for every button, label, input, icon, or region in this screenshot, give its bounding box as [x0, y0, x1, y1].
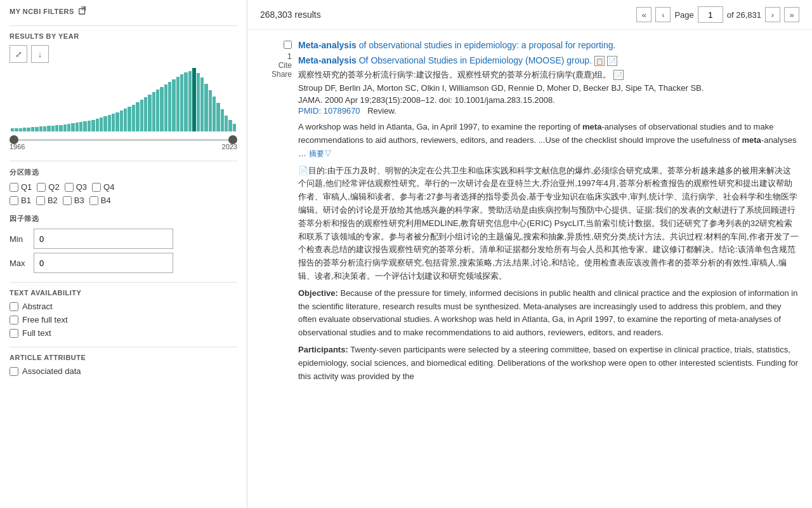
section-filter-label: 分区筛选: [10, 168, 237, 177]
checkbox-q4[interactable]: [92, 183, 101, 192]
filter-q2[interactable]: Q2: [37, 182, 59, 192]
filter-b2[interactable]: B2: [36, 196, 58, 205]
objective-section: Objective: Because of the pressure for t…: [298, 287, 799, 340]
filter-b4[interactable]: B4: [89, 196, 111, 205]
authors: Stroup DF, Berlin JA, Morton SC, Olkin I…: [298, 83, 799, 93]
article-checkbox[interactable]: [284, 41, 292, 49]
section-filter: 分区筛选 Q1 Q2 Q3 Q4 B1 B2 B3 B4: [10, 168, 237, 205]
checkbox-abstract[interactable]: [10, 302, 18, 311]
clipboard-icon-1[interactable]: 📄: [607, 56, 617, 66]
share-button[interactable]: Share: [272, 70, 292, 79]
chinese-abstract-text: 📄目的:由于压力及时、明智的决定在公共卫生和临床实践和科学文献信息的爆炸,必须综…: [298, 166, 799, 281]
divider1: [10, 25, 237, 26]
year-end-label: 2023: [222, 143, 237, 150]
doi: doi: 10.1001/jama.283.15.2008.: [439, 95, 555, 105]
cite-button[interactable]: Cite: [278, 61, 292, 70]
checkbox-b3[interactable]: [63, 196, 72, 205]
review-badge: Review.: [367, 106, 396, 116]
min-row: Min: [10, 229, 237, 249]
my-ncbi-filters-label: MY NCBI FILTERS: [10, 8, 74, 15]
full-text-label: Full text: [22, 328, 51, 338]
abstract-snippet: A workshop was held in Atlanta, Ga, in A…: [298, 121, 799, 160]
divider3: [10, 282, 237, 283]
q-filter-group: Q1 Q2 Q3 Q4: [10, 182, 237, 192]
checkbox-q3[interactable]: [65, 183, 74, 192]
checkbox-b1[interactable]: [10, 196, 18, 205]
pmid-label: PMID:: [298, 106, 321, 116]
text-option-abstract[interactable]: Abstract: [10, 302, 237, 311]
checkbox-q2[interactable]: [37, 183, 46, 192]
text-option-free-full-text[interactable]: Free full text: [10, 315, 237, 324]
article-attribute-section: ARTICLE ATTRIBUTE Associated data: [10, 354, 237, 376]
pmid-link[interactable]: 10789670: [324, 106, 360, 116]
divider2: [10, 161, 237, 161]
show-more-link[interactable]: 摘要▽: [309, 148, 332, 160]
article-attr-associated-data[interactable]: Associated data: [10, 366, 237, 376]
text-option-full-text[interactable]: Full text: [10, 328, 237, 338]
sidebar: MY NCBI FILTERS RESULTS BY YEAR ⤢ ↓: [0, 0, 247, 508]
abstract-bold1: meta: [582, 122, 601, 131]
year-chart: [10, 68, 237, 131]
export-icon[interactable]: [78, 6, 87, 17]
page-of-label: of 26,831: [727, 10, 761, 20]
factor-filter-section: 因子筛选 Min Max: [10, 214, 237, 273]
filter-b3[interactable]: B3: [63, 196, 84, 205]
page-label: Page: [674, 10, 693, 20]
title2-bold: Meta-analysis: [298, 55, 357, 65]
b-filter-group: B1 B2 B3 B4: [10, 196, 237, 205]
title2-rest: Of Observational Studies in Epidemiology…: [357, 55, 592, 65]
article-title-link-2[interactable]: Meta-analysis Of Observational Studies i…: [298, 55, 594, 65]
text-availability-label: TEXT AVAILABILITY: [10, 289, 237, 297]
next-page-button[interactable]: ›: [765, 7, 780, 22]
expand-chart-button[interactable]: ⤢: [10, 45, 27, 63]
my-ncbi-filters-header: MY NCBI FILTERS: [10, 6, 237, 17]
checkbox-full-text[interactable]: [10, 329, 18, 338]
filter-q3[interactable]: Q3: [65, 182, 87, 192]
article-attribute-label: ARTICLE ATTRIBUTE: [10, 354, 237, 361]
article-number: 1: [287, 51, 292, 61]
chart-controls: ⤢ ↓: [10, 45, 237, 63]
article-title-link-1[interactable]: Meta-analysis of observational studies i…: [298, 40, 615, 50]
factor-filter-label: 因子筛选: [10, 214, 237, 224]
page-number-input[interactable]: [698, 6, 723, 23]
max-label: Max: [10, 258, 29, 268]
max-row: Max: [10, 253, 237, 273]
download-chart-button[interactable]: ↓: [31, 45, 49, 63]
subtitle-chinese-text: 观察性研究的荟萃分析流行病学:建议报告。观察性研究的荟萃分析流行病学(鹿鹿)组。: [298, 69, 611, 81]
checkbox-b2[interactable]: [36, 196, 45, 205]
results-count: 268,303 results: [260, 10, 321, 20]
abstract-bold2: meta: [742, 135, 761, 145]
pmid-line: PMID: 10789670 Review.: [298, 106, 799, 116]
subtitle-chinese: 观察性研究的荟萃分析流行病学:建议报告。观察性研究的荟萃分析流行病学(鹿鹿)组。…: [298, 69, 799, 81]
associated-data-label: Associated data: [22, 366, 81, 376]
checkbox-b4[interactable]: [89, 196, 98, 205]
checkbox-free-full-text[interactable]: [10, 316, 18, 324]
copy-icon-2[interactable]: 📄: [613, 70, 624, 80]
article-body: Meta-analysis of observational studies i…: [298, 39, 799, 387]
min-input[interactable]: [34, 229, 173, 249]
article-container: 1 Cite Share Meta-analysis of observatio…: [247, 30, 812, 396]
first-page-button[interactable]: «: [636, 7, 652, 22]
checkbox-q1[interactable]: [10, 183, 18, 192]
participants-section: Participants: Twenty-seven participants …: [298, 344, 799, 383]
filter-q1[interactable]: Q1: [10, 182, 32, 192]
prev-page-button[interactable]: ‹: [655, 7, 671, 22]
objective-label: Objective:: [298, 288, 338, 298]
filter-b1[interactable]: B1: [10, 196, 31, 205]
max-input[interactable]: [34, 253, 173, 273]
article-title-2: Meta-analysis Of Observational Studies i…: [298, 55, 799, 67]
min-label: Min: [10, 234, 29, 244]
divider4: [10, 347, 237, 347]
title1-rest: of observational studies in epidemiology…: [357, 40, 616, 50]
participants-text: Twenty-seven participants were selected …: [298, 345, 798, 381]
article-title-1: Meta-analysis of observational studies i…: [298, 39, 799, 52]
abstract-label: Abstract: [22, 302, 53, 311]
journal-name: JAMA.: [298, 95, 322, 105]
objective-text: Because of the pressure for timely, info…: [298, 288, 797, 337]
filter-q4[interactable]: Q4: [92, 182, 114, 192]
copy-icon-1[interactable]: 📋: [594, 56, 605, 66]
main-content: 268,303 results « ‹ Page of 26,831 › » 1…: [247, 0, 812, 508]
last-page-button[interactable]: »: [784, 7, 799, 22]
participants-label: Participants:: [298, 345, 348, 354]
checkbox-associated-data[interactable]: [10, 367, 18, 376]
